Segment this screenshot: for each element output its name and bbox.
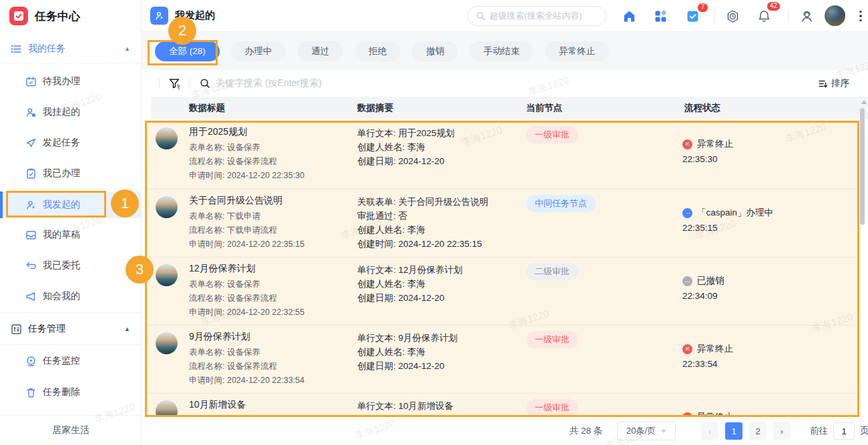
- sidebar-item-label: 我已办理: [43, 167, 80, 179]
- sidebar-item-initiated-by-me[interactable]: 我发起的: [0, 191, 141, 218]
- history-button[interactable]: [724, 8, 740, 24]
- detail-line: 单行文本: 10月新增设备: [357, 399, 524, 413]
- sidebar-item-delegated[interactable]: 我已委托: [0, 252, 141, 280]
- home-button[interactable]: [621, 8, 637, 24]
- page-2-button[interactable]: 2: [749, 422, 767, 440]
- total-count: 共 28 条: [570, 425, 603, 437]
- row-title: 9月份保养计划: [189, 331, 353, 343]
- sidebar: 任务中心 我的任务 ▲ 待我办理 我挂起的 发起任务 我已办理 我发起的: [0, 0, 142, 445]
- sidebar-item-task-delete[interactable]: 任务删除: [0, 378, 141, 406]
- chevron-up-icon[interactable]: ▲: [124, 326, 130, 332]
- table-row[interactable]: 用于2025规划 表单名称: 设备保养流程名称: 设备保养流程申请时间: 202…: [146, 121, 859, 189]
- table-row[interactable]: 关于合同升级公告说明 表单名称: 下载申请流程名称: 下载申请流程申请时间: 2…: [146, 189, 859, 257]
- goto-page-input[interactable]: [833, 422, 855, 440]
- sort-label: 排序: [831, 77, 849, 89]
- sidebar-item-handled[interactable]: 我已办理: [0, 159, 141, 187]
- node-tag: 一级审批: [526, 331, 578, 348]
- processing-circle-icon: [682, 208, 692, 218]
- node-tag: 一级审批: [526, 399, 578, 416]
- trash-icon: [25, 387, 37, 398]
- tab-manual-end[interactable]: 手动结束: [469, 41, 533, 61]
- global-search-input[interactable]: 超级搜索(搜索全站内容): [467, 6, 606, 26]
- detail-line: 创建人姓名: 李海: [357, 140, 524, 154]
- table-header: 数据标题 数据摘要 当前节点 流程状态: [151, 97, 868, 119]
- support-button[interactable]: [799, 8, 815, 24]
- chevron-up-icon[interactable]: ▲: [124, 45, 130, 52]
- status-text: 异常终止: [697, 343, 733, 355]
- megaphone-icon: [25, 291, 37, 302]
- page-1-button[interactable]: 1: [725, 422, 742, 440]
- detail-line: 申请时间: 2024-12-20 22:35:30: [189, 169, 353, 183]
- sidebar-item-drafts[interactable]: 我的草稿: [0, 221, 141, 249]
- status-tabbar: 全部 (28) 办理中 通过 拒绝 撤销 手动结束 异常终止: [142, 32, 868, 70]
- tab-rejected[interactable]: 拒绝: [355, 41, 401, 61]
- calendar-icon: [25, 76, 37, 87]
- filter-funnel-icon[interactable]: [168, 77, 180, 89]
- tab-processing[interactable]: 办理中: [231, 41, 286, 61]
- sidebar-footer: 居家生活: [0, 415, 142, 445]
- apps-button[interactable]: [652, 8, 668, 24]
- row-summary: 单行文本: 用于2025规划创建人姓名: 李海创建日期: 2024-12-20: [357, 126, 524, 168]
- tab-abnormal-end[interactable]: 异常终止: [545, 41, 609, 61]
- drafts-icon: [25, 230, 37, 241]
- page-unit-label: 页: [860, 425, 868, 437]
- table-row[interactable]: 10月新增设备 表单名称: 设备保养 单行文本: 10月新增设备创建人姓名: 李…: [146, 393, 859, 417]
- status-time: 22:34:09: [682, 291, 724, 301]
- notification-count-badge: 42: [767, 1, 781, 11]
- home-icon: [622, 9, 636, 23]
- row-summary: 单行文本: 12月份保养计划创建人姓名: 李海创建日期: 2024-12-20: [357, 263, 524, 305]
- user-avatar[interactable]: [825, 5, 845, 26]
- detail-line: 申请时间: 2024-12-20 22:33:54: [189, 374, 353, 388]
- sidebar-item-todo[interactable]: 待我办理: [0, 67, 141, 95]
- sidebar-item-label: 我的草稿: [43, 229, 80, 241]
- row-details: 表单名称: 设备保养流程名称: 设备保养流程申请时间: 2024-12-20 2…: [189, 278, 353, 320]
- table-row[interactable]: 12月份保养计划 表单名称: 设备保养流程名称: 设备保养流程申请时间: 202…: [146, 257, 859, 325]
- chevron-down-icon: [661, 430, 666, 433]
- divider: [788, 9, 789, 23]
- task-list: 用于2025规划 表单名称: 设备保养流程名称: 设备保养流程申请时间: 202…: [146, 119, 859, 417]
- clipboard-check-icon: [25, 168, 37, 179]
- prev-page-button[interactable]: ‹: [701, 422, 718, 440]
- detail-line: 表单名称: 下载申请: [189, 209, 353, 224]
- pagination-bar: 共 28 条 20条/页 ‹ 1 2 › 前往 页: [142, 417, 868, 445]
- tab-revoked[interactable]: 撤销: [412, 41, 458, 61]
- row-details: 表单名称: 设备保养流程名称: 设备保养流程申请时间: 2024-12-20 2…: [189, 346, 353, 388]
- more-menu-button[interactable]: [855, 8, 867, 24]
- detail-line: 流程名称: 设备保养流程: [189, 360, 353, 374]
- status-text: 已撤销: [697, 275, 724, 287]
- status-time: 22:33:54: [682, 359, 733, 369]
- next-page-button[interactable]: ›: [773, 422, 791, 440]
- scrollbar-thumb[interactable]: [860, 108, 865, 225]
- sidebar-item-notified[interactable]: 知会我的: [0, 282, 141, 310]
- node-tag: 中间任务节点: [526, 195, 596, 212]
- sidebar-item-initiate-task[interactable]: 发起任务: [0, 129, 141, 157]
- page-size-select[interactable]: 20条/页: [617, 422, 676, 440]
- detail-line: 表单名称: 设备保养: [189, 346, 353, 360]
- avatar: [156, 196, 178, 218]
- sort-button[interactable]: 排序: [818, 70, 849, 97]
- tab-all[interactable]: 全部 (28): [155, 41, 220, 61]
- sidebar-group-task-management[interactable]: 任务管理 ▲: [0, 314, 141, 344]
- sliders-icon: [11, 324, 22, 335]
- keyword-search-input[interactable]: 关键字搜索 (按Enter搜索): [200, 77, 322, 89]
- sidebar-item-label: 我已委托: [43, 260, 80, 272]
- detail-line: 单行文本: 9月份保养计划: [357, 331, 524, 345]
- sidebar-item-suspended[interactable]: 我挂起的: [0, 98, 141, 126]
- hexagon-clock-icon: [726, 9, 740, 23]
- tab-approved[interactable]: 通过: [297, 41, 343, 61]
- detail-line: 单行文本: 用于2025规划: [357, 126, 524, 140]
- detail-line: 流程名称: 下载申请流程: [189, 224, 353, 238]
- column-header-title: 数据标题: [189, 102, 225, 114]
- sidebar-item-task-monitor[interactable]: 任务监控: [0, 347, 141, 375]
- error-circle-icon: [682, 139, 692, 149]
- sidebar-group-my-tasks[interactable]: 我的任务 ▲: [0, 34, 141, 63]
- divider: [0, 344, 142, 345]
- hand-return-icon: [25, 260, 37, 272]
- scrollbar-up-arrow-icon[interactable]: [861, 100, 867, 104]
- sidebar-group-label: 任务管理: [28, 323, 65, 335]
- detail-line: 创建人姓名: 李海: [357, 277, 524, 291]
- sort-icon: [818, 79, 828, 89]
- detail-line: 单行文本: 12月份保养计划: [357, 263, 524, 277]
- table-row[interactable]: 9月份保养计划 表单名称: 设备保养流程名称: 设备保养流程申请时间: 2024…: [146, 325, 859, 393]
- row-status: 已撤销 22:34:09: [682, 275, 724, 301]
